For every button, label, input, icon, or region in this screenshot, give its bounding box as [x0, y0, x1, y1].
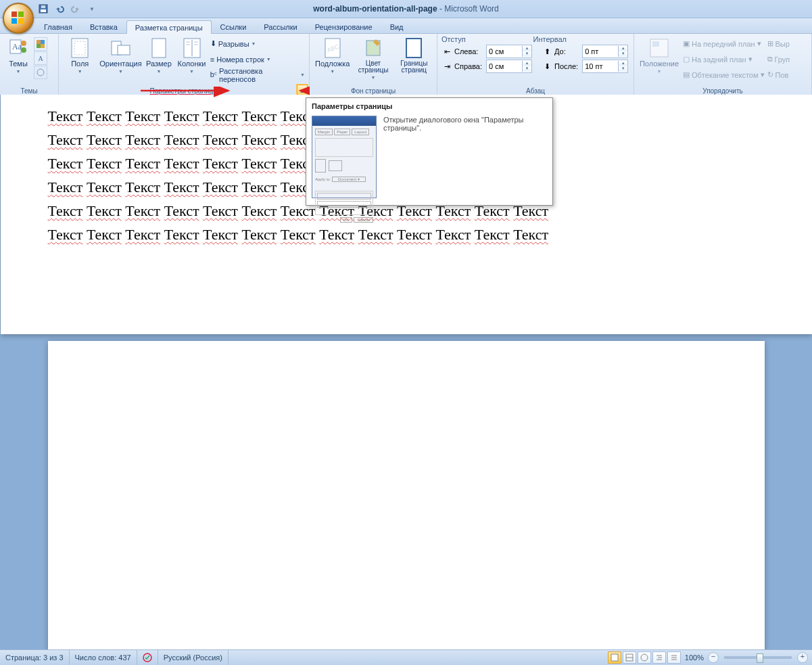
indent-left-input[interactable]: [487, 47, 522, 55]
wrap-icon: ▤: [683, 70, 690, 79]
tab-page-layout[interactable]: Разметка страницы: [126, 20, 212, 34]
indent-right-spin[interactable]: ▲▼: [486, 60, 532, 73]
status-language[interactable]: Русский (Россия): [158, 650, 229, 665]
space-before-spin[interactable]: ▲▼: [582, 45, 628, 58]
tooltip-preview-icon: MarginPaperLayout Apply to: Document ▾ O…: [312, 116, 377, 198]
svg-rect-5: [41, 9, 46, 12]
svg-point-39: [641, 654, 648, 661]
status-words[interactable]: Число слов: 437: [70, 650, 137, 665]
position-icon: [648, 37, 670, 59]
line-numbers-button[interactable]: ≡Номера строк ▼: [209, 51, 306, 67]
save-icon[interactable]: [37, 2, 50, 16]
undo-icon[interactable]: [53, 2, 66, 16]
rotate-button: ↻Пов: [766, 67, 792, 83]
svg-point-15: [37, 69, 44, 76]
theme-effects-icon[interactable]: [34, 66, 47, 79]
view-web-layout[interactable]: [638, 651, 651, 664]
indent-right-input[interactable]: [487, 62, 522, 70]
status-page[interactable]: Страница: 3 из 3: [0, 650, 70, 665]
svg-rect-6: [41, 5, 45, 8]
margins-icon: [69, 37, 91, 59]
svg-rect-12: [41, 40, 45, 44]
text-wrap-button: ▤Обтекание текстом ▾: [682, 67, 766, 83]
zoom-out-button[interactable]: −: [708, 652, 719, 663]
spacing-header: Интервал: [533, 35, 567, 43]
tab-review[interactable]: Рецензирование: [306, 20, 381, 33]
view-full-screen[interactable]: [623, 651, 636, 664]
watermark-button[interactable]: ABCПодложка▼: [312, 36, 352, 75]
space-before-icon: ⬆: [544, 47, 550, 56]
tab-references[interactable]: Ссылки: [212, 20, 256, 33]
tab-home[interactable]: Главная: [35, 20, 81, 33]
themes-button[interactable]: Aa Темы▼: [3, 36, 34, 75]
svg-rect-30: [406, 39, 421, 58]
redo-icon[interactable]: [69, 2, 82, 16]
view-draft[interactable]: [667, 651, 681, 664]
statusbar: Страница: 3 из 3 Число слов: 437 Русский…: [0, 649, 812, 665]
indent-right-icon: ⇥: [444, 62, 450, 71]
page-color-button[interactable]: Цвет страницы▼: [352, 36, 393, 81]
space-before-input[interactable]: [583, 47, 618, 55]
space-after-input[interactable]: [583, 62, 618, 70]
tooltip-description: Открытие диалогового окна "Параметры стр…: [383, 116, 547, 198]
tab-view[interactable]: Вид: [381, 20, 412, 33]
breaks-icon: ⬇: [210, 39, 216, 48]
view-print-layout[interactable]: [608, 651, 621, 664]
ribbon-tabs: Главная Вставка Разметка страницы Ссылки…: [0, 18, 812, 34]
quick-access-toolbar: ▼: [37, 2, 99, 16]
status-proofing[interactable]: [137, 650, 158, 665]
tab-mailings[interactable]: Рассылки: [255, 20, 306, 33]
bring-front-button: ▣На передний план ▾: [682, 36, 766, 51]
zoom-slider[interactable]: [724, 656, 792, 659]
svg-rect-32: [652, 41, 659, 47]
margins-button[interactable]: Поля▼: [62, 36, 98, 75]
align-icon: ⊞: [767, 39, 773, 48]
group-page-background: ABCПодложка▼ Цвет страницы▼ Границы стра…: [310, 34, 437, 96]
page-setup-tooltip: Параметры страницы MarginPaperLayout App…: [306, 97, 553, 206]
qat-customize-icon[interactable]: ▼: [85, 2, 99, 16]
tab-insert[interactable]: Вставка: [81, 20, 126, 33]
columns-button[interactable]: Колонки▼: [174, 36, 209, 75]
zoom-level[interactable]: 100%: [685, 653, 704, 662]
columns-icon: [181, 37, 203, 59]
indent-right-label: Справа:: [454, 62, 482, 70]
office-button[interactable]: [3, 3, 34, 34]
proofing-icon: [143, 653, 152, 662]
svg-rect-14: [41, 44, 45, 48]
size-button[interactable]: Размер▼: [143, 36, 174, 75]
group-button: ⧉Груп: [766, 51, 792, 67]
svg-rect-13: [37, 44, 41, 48]
theme-fonts-icon[interactable]: A: [34, 51, 47, 65]
zoom-in-button[interactable]: +: [797, 652, 808, 663]
group-themes: Aa Темы▼ A Темы: [0, 34, 59, 96]
hyphenation-button[interactable]: bᶜРасстановка переносов ▼: [209, 67, 306, 83]
line-numbers-icon: ≡: [210, 55, 214, 64]
titlebar: ▼ word-album-orientation-all-page - Micr…: [0, 0, 812, 18]
space-after-icon: ⬇: [544, 62, 550, 71]
themes-icon: Aa: [7, 37, 29, 59]
group-arrange: Положение▼ ▣На передний план ▾ ▢На задни…: [634, 34, 812, 96]
indent-left-spin[interactable]: ▲▼: [486, 45, 532, 58]
breaks-button[interactable]: ⬇Разрывы ▼: [209, 36, 306, 51]
orientation-button[interactable]: Ориентация▼: [98, 36, 143, 75]
group-icon: ⧉: [767, 55, 773, 64]
svg-rect-20: [152, 39, 166, 58]
svg-rect-36: [611, 654, 618, 661]
watermark-icon: ABC: [322, 37, 343, 59]
space-after-label: После:: [554, 62, 578, 70]
theme-colors-icon[interactable]: [34, 37, 47, 51]
front-icon: ▣: [683, 39, 690, 48]
position-button[interactable]: Положение▼: [637, 36, 682, 75]
hyphenation-icon: bᶜ: [210, 70, 217, 79]
rotate-icon: ↻: [767, 70, 773, 79]
page-borders-button[interactable]: Границы страниц: [394, 36, 434, 75]
svg-rect-1: [18, 12, 24, 17]
indent-left-label: Слева:: [454, 47, 482, 55]
align-button: ⊞Выр: [766, 36, 792, 51]
svg-rect-11: [37, 40, 41, 44]
indent-left-icon: ⇤: [444, 47, 450, 56]
window-title: word-album-orientation-all-page - Micros…: [313, 4, 498, 14]
space-after-spin[interactable]: ▲▼: [582, 60, 628, 73]
svg-rect-19: [118, 45, 130, 55]
view-outline[interactable]: [652, 651, 666, 664]
